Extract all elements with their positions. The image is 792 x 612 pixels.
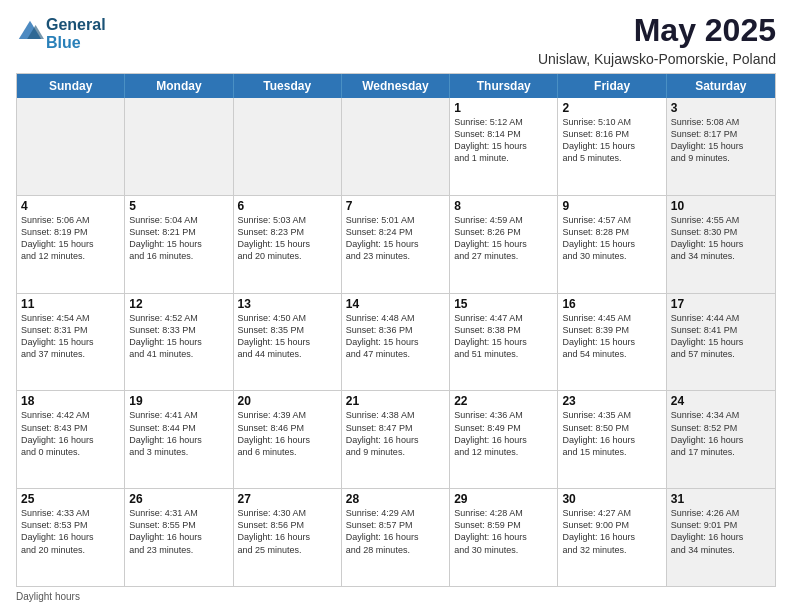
day-number: 17	[671, 297, 771, 311]
cal-cell-w3d0: 11Sunrise: 4:54 AM Sunset: 8:31 PM Dayli…	[17, 294, 125, 391]
cal-cell-w1d2	[234, 98, 342, 195]
day-number: 19	[129, 394, 228, 408]
day-info: Sunrise: 4:27 AM Sunset: 9:00 PM Dayligh…	[562, 507, 661, 556]
day-info: Sunrise: 4:35 AM Sunset: 8:50 PM Dayligh…	[562, 409, 661, 458]
cal-cell-w4d2: 20Sunrise: 4:39 AM Sunset: 8:46 PM Dayli…	[234, 391, 342, 488]
cal-cell-w5d5: 30Sunrise: 4:27 AM Sunset: 9:00 PM Dayli…	[558, 489, 666, 586]
col-header-friday: Friday	[558, 74, 666, 98]
cal-cell-w3d3: 14Sunrise: 4:48 AM Sunset: 8:36 PM Dayli…	[342, 294, 450, 391]
day-number: 12	[129, 297, 228, 311]
cal-cell-w5d1: 26Sunrise: 4:31 AM Sunset: 8:55 PM Dayli…	[125, 489, 233, 586]
cal-cell-w2d3: 7Sunrise: 5:01 AM Sunset: 8:24 PM Daylig…	[342, 196, 450, 293]
day-number: 16	[562, 297, 661, 311]
calendar-week-4: 18Sunrise: 4:42 AM Sunset: 8:43 PM Dayli…	[17, 391, 775, 489]
day-info: Sunrise: 4:42 AM Sunset: 8:43 PM Dayligh…	[21, 409, 120, 458]
day-info: Sunrise: 4:30 AM Sunset: 8:56 PM Dayligh…	[238, 507, 337, 556]
cal-cell-w2d2: 6Sunrise: 5:03 AM Sunset: 8:23 PM Daylig…	[234, 196, 342, 293]
day-number: 18	[21, 394, 120, 408]
day-number: 14	[346, 297, 445, 311]
cal-cell-w2d1: 5Sunrise: 5:04 AM Sunset: 8:21 PM Daylig…	[125, 196, 233, 293]
day-info: Sunrise: 4:36 AM Sunset: 8:49 PM Dayligh…	[454, 409, 553, 458]
day-number: 7	[346, 199, 445, 213]
cal-cell-w5d6: 31Sunrise: 4:26 AM Sunset: 9:01 PM Dayli…	[667, 489, 775, 586]
day-info: Sunrise: 4:48 AM Sunset: 8:36 PM Dayligh…	[346, 312, 445, 361]
calendar-week-1: 1Sunrise: 5:12 AM Sunset: 8:14 PM Daylig…	[17, 98, 775, 196]
day-number: 30	[562, 492, 661, 506]
day-number: 24	[671, 394, 771, 408]
calendar-week-3: 11Sunrise: 4:54 AM Sunset: 8:31 PM Dayli…	[17, 294, 775, 392]
cal-cell-w3d1: 12Sunrise: 4:52 AM Sunset: 8:33 PM Dayli…	[125, 294, 233, 391]
day-info: Sunrise: 4:28 AM Sunset: 8:59 PM Dayligh…	[454, 507, 553, 556]
col-header-tuesday: Tuesday	[234, 74, 342, 98]
day-info: Sunrise: 4:59 AM Sunset: 8:26 PM Dayligh…	[454, 214, 553, 263]
cal-cell-w2d0: 4Sunrise: 5:06 AM Sunset: 8:19 PM Daylig…	[17, 196, 125, 293]
day-info: Sunrise: 5:12 AM Sunset: 8:14 PM Dayligh…	[454, 116, 553, 165]
day-number: 13	[238, 297, 337, 311]
calendar-body: 1Sunrise: 5:12 AM Sunset: 8:14 PM Daylig…	[17, 98, 775, 586]
day-number: 4	[21, 199, 120, 213]
day-number: 15	[454, 297, 553, 311]
col-header-wednesday: Wednesday	[342, 74, 450, 98]
logo-icon	[16, 18, 44, 46]
day-number: 26	[129, 492, 228, 506]
col-header-monday: Monday	[125, 74, 233, 98]
day-info: Sunrise: 4:50 AM Sunset: 8:35 PM Dayligh…	[238, 312, 337, 361]
day-info: Sunrise: 4:33 AM Sunset: 8:53 PM Dayligh…	[21, 507, 120, 556]
cal-cell-w3d4: 15Sunrise: 4:47 AM Sunset: 8:38 PM Dayli…	[450, 294, 558, 391]
day-info: Sunrise: 5:10 AM Sunset: 8:16 PM Dayligh…	[562, 116, 661, 165]
calendar-week-5: 25Sunrise: 4:33 AM Sunset: 8:53 PM Dayli…	[17, 489, 775, 586]
day-number: 27	[238, 492, 337, 506]
cal-cell-w4d0: 18Sunrise: 4:42 AM Sunset: 8:43 PM Dayli…	[17, 391, 125, 488]
day-number: 29	[454, 492, 553, 506]
day-info: Sunrise: 4:39 AM Sunset: 8:46 PM Dayligh…	[238, 409, 337, 458]
cal-cell-w5d0: 25Sunrise: 4:33 AM Sunset: 8:53 PM Dayli…	[17, 489, 125, 586]
day-number: 28	[346, 492, 445, 506]
day-number: 31	[671, 492, 771, 506]
calendar-week-2: 4Sunrise: 5:06 AM Sunset: 8:19 PM Daylig…	[17, 196, 775, 294]
page: General Blue May 2025 Unislaw, Kujawsko-…	[0, 0, 792, 612]
day-info: Sunrise: 4:26 AM Sunset: 9:01 PM Dayligh…	[671, 507, 771, 556]
cal-cell-w1d1	[125, 98, 233, 195]
day-info: Sunrise: 4:54 AM Sunset: 8:31 PM Dayligh…	[21, 312, 120, 361]
day-number: 22	[454, 394, 553, 408]
calendar: SundayMondayTuesdayWednesdayThursdayFrid…	[16, 73, 776, 587]
cal-cell-w3d2: 13Sunrise: 4:50 AM Sunset: 8:35 PM Dayli…	[234, 294, 342, 391]
logo-line2: Blue	[46, 34, 106, 52]
day-info: Sunrise: 5:06 AM Sunset: 8:19 PM Dayligh…	[21, 214, 120, 263]
cal-cell-w4d1: 19Sunrise: 4:41 AM Sunset: 8:44 PM Dayli…	[125, 391, 233, 488]
day-number: 1	[454, 101, 553, 115]
day-info: Sunrise: 5:01 AM Sunset: 8:24 PM Dayligh…	[346, 214, 445, 263]
day-number: 9	[562, 199, 661, 213]
calendar-header: SundayMondayTuesdayWednesdayThursdayFrid…	[17, 74, 775, 98]
day-number: 11	[21, 297, 120, 311]
day-number: 2	[562, 101, 661, 115]
cal-cell-w4d4: 22Sunrise: 4:36 AM Sunset: 8:49 PM Dayli…	[450, 391, 558, 488]
day-info: Sunrise: 4:57 AM Sunset: 8:28 PM Dayligh…	[562, 214, 661, 263]
day-number: 6	[238, 199, 337, 213]
day-info: Sunrise: 5:03 AM Sunset: 8:23 PM Dayligh…	[238, 214, 337, 263]
logo-line1: General	[46, 16, 106, 34]
day-info: Sunrise: 4:44 AM Sunset: 8:41 PM Dayligh…	[671, 312, 771, 361]
logo: General Blue	[16, 16, 106, 51]
cal-cell-w4d5: 23Sunrise: 4:35 AM Sunset: 8:50 PM Dayli…	[558, 391, 666, 488]
day-info: Sunrise: 4:55 AM Sunset: 8:30 PM Dayligh…	[671, 214, 771, 263]
main-title: May 2025	[538, 12, 776, 49]
day-info: Sunrise: 4:34 AM Sunset: 8:52 PM Dayligh…	[671, 409, 771, 458]
cal-cell-w5d3: 28Sunrise: 4:29 AM Sunset: 8:57 PM Dayli…	[342, 489, 450, 586]
cal-cell-w2d5: 9Sunrise: 4:57 AM Sunset: 8:28 PM Daylig…	[558, 196, 666, 293]
day-info: Sunrise: 4:52 AM Sunset: 8:33 PM Dayligh…	[129, 312, 228, 361]
cal-cell-w5d2: 27Sunrise: 4:30 AM Sunset: 8:56 PM Dayli…	[234, 489, 342, 586]
day-info: Sunrise: 4:47 AM Sunset: 8:38 PM Dayligh…	[454, 312, 553, 361]
footer-note: Daylight hours	[16, 591, 776, 602]
cal-cell-w5d4: 29Sunrise: 4:28 AM Sunset: 8:59 PM Dayli…	[450, 489, 558, 586]
cal-cell-w1d6: 3Sunrise: 5:08 AM Sunset: 8:17 PM Daylig…	[667, 98, 775, 195]
day-number: 23	[562, 394, 661, 408]
day-info: Sunrise: 5:04 AM Sunset: 8:21 PM Dayligh…	[129, 214, 228, 263]
day-number: 21	[346, 394, 445, 408]
day-info: Sunrise: 5:08 AM Sunset: 8:17 PM Dayligh…	[671, 116, 771, 165]
col-header-saturday: Saturday	[667, 74, 775, 98]
header: General Blue May 2025 Unislaw, Kujawsko-…	[16, 12, 776, 67]
col-header-sunday: Sunday	[17, 74, 125, 98]
day-number: 25	[21, 492, 120, 506]
cal-cell-w1d0	[17, 98, 125, 195]
